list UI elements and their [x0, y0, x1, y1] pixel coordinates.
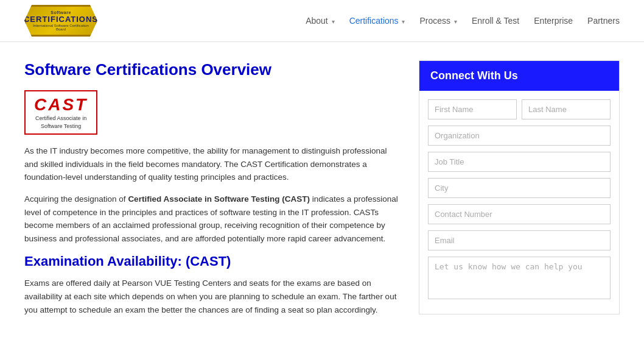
paragraph-2-bold: Certified Associate in Software Testing …: [128, 194, 310, 204]
logo-box: Software CERTIFICATIONS International So…: [24, 5, 97, 37]
nav-item-process[interactable]: Process ▾: [419, 16, 457, 26]
connect-header: Connect With Us: [419, 61, 619, 91]
exam-paragraph: Exams are offered daily at Pearson VUE T…: [24, 277, 401, 316]
header: Software CERTIFICATIONS International So…: [0, 0, 644, 42]
connect-sidebar: Connect With Us: [419, 60, 620, 325]
paragraph-1: As the IT industry becomes more competit…: [24, 144, 401, 184]
contact-number-row: [428, 204, 611, 224]
nav-item-about[interactable]: About ▾: [306, 16, 334, 26]
main-nav: About ▾ Certifications ▾ Process ▾ Enrol…: [306, 16, 620, 26]
logo-main-text: CERTIFICATIONS: [24, 15, 98, 24]
chevron-down-icon: ▾: [332, 18, 335, 25]
job-title-row: [428, 152, 611, 172]
nav-item-partners[interactable]: Partners: [587, 16, 620, 26]
exam-section-title: Examination Availability: (CAST): [24, 254, 401, 269]
nav-item-certifications[interactable]: Certifications ▾: [349, 16, 405, 26]
cast-logo: CAST Certified Associate in Software Tes…: [24, 90, 97, 135]
page-title: Software Certifications Overview: [24, 60, 401, 79]
city-input[interactable]: [428, 178, 611, 198]
nav-item-enroll-test[interactable]: Enroll & Test: [472, 16, 519, 26]
cast-acronym: CAST: [34, 95, 88, 115]
name-row: [428, 99, 611, 119]
chevron-down-icon: ▾: [454, 18, 457, 25]
paragraph-2: Acquiring the designation of Certified A…: [24, 193, 401, 245]
contact-number-input[interactable]: [428, 204, 611, 224]
nav-item-enterprise[interactable]: Enterprise: [534, 16, 573, 26]
logo[interactable]: Software CERTIFICATIONS International So…: [24, 5, 97, 37]
logo-top-text: Software: [51, 10, 71, 15]
message-textarea[interactable]: [428, 257, 611, 299]
first-name-input[interactable]: [428, 99, 517, 119]
chevron-down-icon: ▾: [402, 18, 405, 25]
organization-row: [428, 126, 611, 146]
email-input[interactable]: [428, 230, 611, 250]
main-content: Software Certifications Overview CAST Ce…: [24, 60, 401, 325]
paragraph-2-prefix: Acquiring the designation of: [24, 194, 128, 204]
cast-sub-line2: Software Testing: [41, 122, 81, 130]
organization-input[interactable]: [428, 126, 611, 146]
main-layout: Software Certifications Overview CAST Ce…: [0, 42, 644, 343]
job-title-input[interactable]: [428, 152, 611, 172]
city-row: [428, 178, 611, 198]
email-row: [428, 230, 611, 250]
message-row: [428, 257, 611, 299]
connect-box: Connect With Us: [419, 60, 620, 314]
cast-sub-line1: Certified Associate in: [35, 115, 86, 122]
logo-sub-text: International Software Certification Boa…: [31, 24, 91, 31]
last-name-input[interactable]: [522, 99, 611, 119]
connect-form: [419, 91, 619, 314]
